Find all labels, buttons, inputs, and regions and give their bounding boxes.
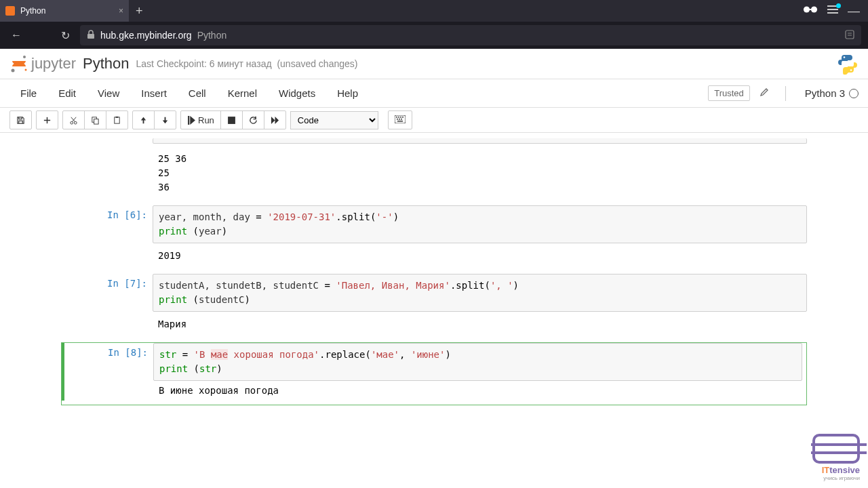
menu-cell[interactable]: Cell bbox=[178, 83, 217, 103]
svg-point-12 bbox=[25, 69, 27, 71]
svg-rect-35 bbox=[397, 121, 403, 122]
menu-insert[interactable]: Insert bbox=[130, 83, 178, 103]
svg-point-14 bbox=[850, 69, 852, 71]
cut-button[interactable] bbox=[63, 111, 85, 129]
menu-help[interactable]: Help bbox=[326, 83, 369, 103]
prompt: In [8]: bbox=[62, 343, 153, 381]
restart-run-all-button[interactable] bbox=[264, 111, 285, 129]
copy-button[interactable] bbox=[85, 111, 106, 129]
svg-rect-4 bbox=[827, 9, 838, 10]
add-cell-button[interactable] bbox=[37, 111, 58, 129]
cell-partial bbox=[61, 138, 807, 146]
kernel-indicator-icon bbox=[849, 89, 859, 98]
url-input[interactable]: hub.gke.mybinder.org Python bbox=[80, 25, 861, 45]
svg-rect-2 bbox=[809, 9, 812, 10]
svg-rect-6 bbox=[87, 34, 94, 39]
svg-point-11 bbox=[12, 69, 15, 73]
menubar: File Edit View Insert Cell Kernel Widget… bbox=[0, 79, 868, 108]
url-path: Python bbox=[197, 30, 227, 41]
output-6: 2019 bbox=[61, 246, 807, 266]
svg-rect-29 bbox=[398, 117, 399, 118]
new-tab-button[interactable]: + bbox=[129, 4, 150, 18]
svg-rect-28 bbox=[396, 117, 397, 118]
checkpoint-text: Last Checkpoint: 6 минут назад (unsaved … bbox=[136, 58, 358, 69]
run-button[interactable]: Run bbox=[181, 111, 221, 129]
code-input[interactable]: year, month, day = '2019-07-31'.split('-… bbox=[153, 205, 807, 243]
svg-rect-22 bbox=[94, 119, 99, 123]
svg-point-13 bbox=[844, 56, 846, 58]
notebook-title[interactable]: Python bbox=[83, 55, 130, 73]
kernel-name[interactable]: Python 3 bbox=[805, 87, 845, 99]
cell-7[interactable]: In [7]: studentA, stundetB, studentC = '… bbox=[61, 274, 807, 312]
back-button[interactable]: ← bbox=[7, 29, 26, 41]
svg-rect-24 bbox=[116, 116, 119, 117]
code-input[interactable]: studentA, stundetB, studentC = 'Павел, И… bbox=[153, 274, 807, 312]
paste-button[interactable] bbox=[106, 111, 127, 129]
url-domain: hub.gke.mybinder.org bbox=[100, 30, 192, 41]
reader-view-icon[interactable] bbox=[845, 30, 854, 41]
svg-rect-34 bbox=[401, 119, 402, 120]
svg-point-10 bbox=[23, 56, 26, 58]
menu-file[interactable]: File bbox=[9, 83, 47, 103]
prompt: In [6]: bbox=[61, 205, 153, 243]
trusted-badge[interactable]: Trusted bbox=[708, 85, 750, 101]
jupyter-logo-text: jupyter bbox=[31, 55, 76, 73]
menu-kernel[interactable]: Kernel bbox=[217, 83, 268, 103]
close-icon[interactable]: × bbox=[119, 6, 123, 16]
output-8: В июне хорошая погода bbox=[153, 381, 284, 401]
output-7: Мария bbox=[61, 314, 807, 334]
svg-rect-25 bbox=[188, 116, 189, 125]
address-bar: ← ↻ hub.gke.mybinder.org Python bbox=[0, 22, 868, 49]
lock-icon bbox=[87, 30, 95, 41]
svg-rect-5 bbox=[827, 12, 838, 14]
minimize-icon[interactable]: — bbox=[848, 4, 860, 18]
svg-rect-26 bbox=[228, 117, 235, 124]
move-up-button[interactable] bbox=[133, 111, 155, 129]
browser-tab-bar: Python × + — bbox=[0, 0, 868, 22]
svg-rect-30 bbox=[400, 117, 401, 118]
menu-view[interactable]: View bbox=[87, 83, 130, 103]
jupyter-header: jupyter Python Last Checkpoint: 6 минут … bbox=[0, 49, 868, 79]
menu-edit[interactable]: Edit bbox=[47, 83, 87, 103]
svg-point-0 bbox=[804, 6, 810, 12]
output: 25 36 25 36 bbox=[61, 149, 807, 197]
svg-point-17 bbox=[71, 121, 73, 124]
svg-rect-32 bbox=[397, 119, 398, 120]
notebook-area[interactable]: 25 36 25 36 In [6]: year, month, day = '… bbox=[0, 133, 868, 422]
move-down-button[interactable] bbox=[155, 111, 176, 129]
tab-favicon bbox=[5, 6, 15, 16]
svg-rect-33 bbox=[399, 119, 400, 120]
watermark: ITtensive учись играючи bbox=[812, 434, 860, 481]
browser-tab[interactable]: Python × bbox=[0, 0, 129, 22]
svg-rect-31 bbox=[402, 117, 403, 118]
tab-title: Python bbox=[20, 6, 45, 16]
restart-button[interactable] bbox=[243, 111, 264, 129]
jupyter-logo[interactable]: jupyter bbox=[9, 54, 76, 73]
reload-button[interactable]: ↻ bbox=[56, 29, 75, 42]
prompt: In [7]: bbox=[61, 274, 153, 312]
stop-button[interactable] bbox=[221, 111, 243, 129]
reader-mode-icon[interactable] bbox=[803, 5, 818, 17]
cell-6[interactable]: In [6]: year, month, day = '2019-07-31'.… bbox=[61, 205, 807, 243]
command-palette-button[interactable] bbox=[388, 110, 412, 129]
menu-widgets[interactable]: Widgets bbox=[268, 83, 326, 103]
svg-rect-7 bbox=[846, 30, 854, 39]
python-logo-icon[interactable] bbox=[837, 53, 859, 75]
svg-rect-23 bbox=[115, 117, 119, 123]
extensions-icon[interactable] bbox=[827, 5, 838, 17]
edit-icon[interactable] bbox=[760, 87, 769, 99]
save-button[interactable] bbox=[10, 111, 31, 129]
code-input[interactable]: str = 'В мае хорошая погода'.replace('ма… bbox=[153, 343, 802, 381]
svg-point-1 bbox=[811, 6, 817, 12]
cell-8-selected[interactable]: In [8]: str = 'В мае хорошая погода'.rep… bbox=[61, 342, 807, 405]
cell-type-select[interactable]: Code bbox=[290, 111, 378, 129]
toolbar: Run Code bbox=[0, 108, 868, 133]
jupyter-logo-icon bbox=[9, 54, 28, 73]
svg-point-18 bbox=[74, 121, 77, 124]
